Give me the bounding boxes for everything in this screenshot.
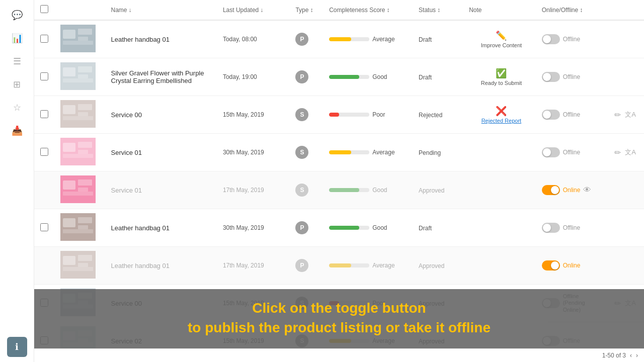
sort-type[interactable]: Type ↕	[295, 7, 313, 14]
sidebar-icon-chart[interactable]: 📊	[7, 28, 27, 48]
toggle-label: Offline	[563, 149, 580, 156]
toggle-r3[interactable]	[542, 110, 560, 120]
row-checkbox-cell	[34, 134, 56, 171]
col-header-status[interactable]: Status ↕	[415, 0, 465, 20]
sidebar-icon-menu[interactable]: ☰	[7, 51, 27, 71]
note-cell: ❌Rejected Report	[465, 96, 538, 134]
svg-rect-12	[78, 104, 92, 110]
translate-icon[interactable]: 文A	[625, 110, 636, 119]
last-updated-cell: Today, 08:00	[219, 20, 292, 58]
toggle-r5[interactable]	[542, 223, 560, 233]
toggle-r2[interactable]	[542, 72, 560, 82]
svg-rect-28	[78, 225, 88, 229]
toggle-label: Offline	[563, 73, 580, 80]
sort-name[interactable]: Name ↓	[111, 7, 132, 14]
last-updated-cell: Today, 19:00	[219, 58, 292, 96]
table-row: Service 0130th May, 2019SAveragePendingO…	[34, 134, 644, 171]
type-cell: P	[291, 209, 325, 247]
toggle-r5b[interactable]	[542, 260, 560, 270]
svg-rect-8	[78, 74, 88, 78]
toggle-label: Online	[563, 262, 581, 269]
col-header-name[interactable]: Name ↓	[107, 0, 219, 20]
row-checkbox[interactable]	[40, 148, 48, 156]
preview-eye-icon[interactable]: 👁	[583, 186, 591, 195]
svg-rect-3	[78, 37, 88, 41]
pagination-next[interactable]: ›	[636, 352, 638, 359]
sort-name-icon: ↓	[129, 7, 132, 14]
online-offline-cell: Offline	[538, 58, 611, 96]
sort-updated[interactable]: Last Updated ↓	[223, 7, 263, 14]
sidebar-icon-inbox[interactable]: 📥	[7, 121, 27, 141]
status-cell: Draft	[415, 20, 465, 58]
note-label: Improve Content	[481, 42, 522, 48]
sort-type-icon: ↕	[310, 7, 313, 14]
table-row: Silver Gravel Flower with Purple Crystal…	[34, 58, 644, 96]
main-content: Name ↓ Last Updated ↓ Type ↕ Completenes…	[34, 0, 644, 362]
table-row: Service 0015th May, 2019SPoorRejected❌Re…	[34, 96, 644, 134]
sidebar: 💬 📊 ☰ ⊞ ☆ 📥 ℹ	[0, 0, 34, 362]
product-image-cell	[56, 171, 107, 209]
select-all-checkbox[interactable]	[40, 5, 48, 13]
toggle-r1[interactable]	[542, 34, 560, 44]
completeness-cell: Average	[325, 247, 415, 285]
sidebar-icon-chat[interactable]: 💬	[7, 5, 27, 25]
toggle-knob	[543, 148, 551, 156]
note-label: Ready to Submit	[481, 80, 522, 86]
svg-rect-32	[78, 255, 92, 261]
row-checkbox-cell	[34, 20, 56, 58]
sidebar-icon-info[interactable]: ℹ	[7, 337, 27, 357]
svg-rect-21	[63, 180, 75, 190]
toggle-label: Offline	[563, 224, 580, 231]
sidebar-icon-layers[interactable]: ⊞	[7, 74, 27, 95]
sort-completeness[interactable]: Completeness Score ↕	[329, 7, 389, 14]
col-header-online[interactable]: Online/Offline ↕	[538, 0, 611, 20]
toggle-knob	[543, 35, 551, 43]
row-checkbox[interactable]	[40, 110, 48, 118]
col-header-note: Note	[465, 0, 538, 20]
toggle-knob	[551, 261, 559, 269]
note-link[interactable]: Rejected Report	[481, 118, 522, 124]
completeness-cell: Good	[325, 209, 415, 247]
completeness-cell: Average	[325, 20, 415, 58]
svg-rect-23	[78, 188, 88, 192]
type-cell: S	[291, 134, 325, 171]
col-header-actions	[610, 0, 644, 20]
row-checkbox-cell	[34, 171, 56, 209]
toggle-knob	[543, 111, 551, 119]
edit-icon[interactable]: ✏	[614, 110, 621, 120]
svg-rect-19	[63, 154, 93, 158]
pagination-prev[interactable]: ‹	[630, 352, 632, 359]
svg-rect-14	[63, 116, 93, 120]
sort-completeness-icon: ↕	[387, 7, 390, 14]
product-table-container: Name ↓ Last Updated ↓ Type ↕ Completenes…	[34, 0, 644, 348]
row-checkbox[interactable]	[40, 72, 48, 80]
online-offline-cell: Offline	[538, 20, 611, 58]
product-name-cell: Leather handbag 01	[107, 209, 219, 247]
sort-status-icon: ↕	[437, 7, 440, 14]
svg-rect-24	[63, 192, 93, 196]
translate-icon[interactable]: 文A	[625, 148, 636, 157]
table-row: Leather handbag 0117th May, 2019PAverage…	[34, 247, 644, 285]
sort-status[interactable]: Status ↕	[419, 7, 440, 14]
col-header-completeness[interactable]: Completeness Score ↕	[325, 0, 415, 20]
toggle-r4b[interactable]	[542, 185, 560, 195]
col-header-updated[interactable]: Last Updated ↓	[219, 0, 292, 20]
status-cell: Approved	[415, 171, 465, 209]
actions-cell	[610, 247, 644, 285]
toggle-r4[interactable]	[542, 147, 560, 157]
product-image-cell	[56, 247, 107, 285]
completeness-cell: Good	[325, 58, 415, 96]
row-checkbox[interactable]	[40, 223, 48, 231]
product-image-cell	[56, 134, 107, 171]
svg-rect-31	[63, 256, 75, 265]
bottom-overlay: Click on the toggle button to publish th…	[34, 289, 644, 348]
row-checkbox[interactable]	[40, 35, 48, 43]
product-image-cell	[56, 20, 107, 58]
online-offline-cell: Online	[538, 247, 611, 285]
col-header-type[interactable]: Type ↕	[291, 0, 325, 20]
sort-online[interactable]: Online/Offline ↕	[542, 7, 583, 14]
sidebar-icon-star[interactable]: ☆	[7, 98, 27, 118]
last-updated-cell: 15th May, 2019	[219, 96, 292, 134]
status-cell: Approved	[415, 247, 465, 285]
edit-icon[interactable]: ✏	[614, 148, 621, 157]
